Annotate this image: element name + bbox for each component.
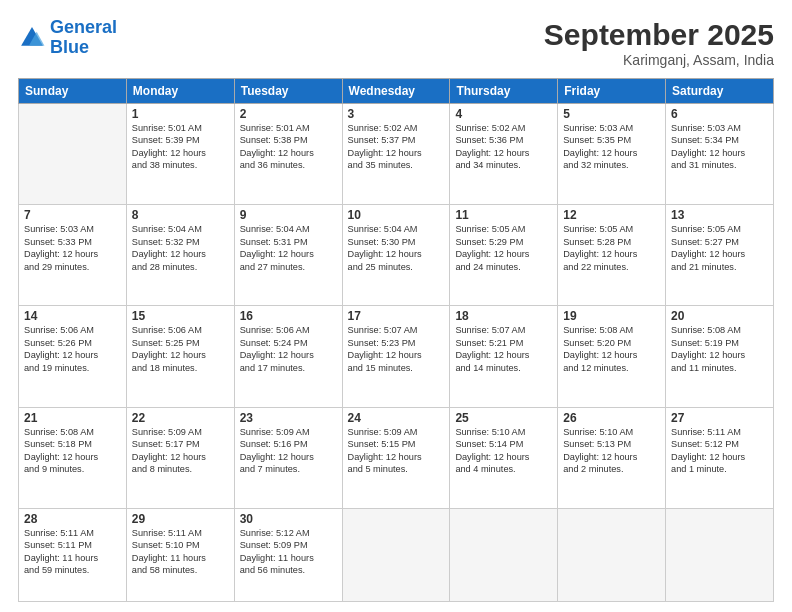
location: Karimganj, Assam, India	[544, 52, 774, 68]
day-number: 15	[132, 309, 229, 323]
day-info: Sunrise: 5:07 AMSunset: 5:23 PMDaylight:…	[348, 324, 445, 374]
day-info: Sunrise: 5:01 AMSunset: 5:39 PMDaylight:…	[132, 122, 229, 172]
calendar-cell: 16Sunrise: 5:06 AMSunset: 5:24 PMDayligh…	[234, 306, 342, 407]
weekday-header-thursday: Thursday	[450, 79, 558, 104]
day-number: 5	[563, 107, 660, 121]
calendar-cell: 26Sunrise: 5:10 AMSunset: 5:13 PMDayligh…	[558, 407, 666, 508]
day-info: Sunrise: 5:02 AMSunset: 5:37 PMDaylight:…	[348, 122, 445, 172]
day-number: 13	[671, 208, 768, 222]
day-info: Sunrise: 5:10 AMSunset: 5:14 PMDaylight:…	[455, 426, 552, 476]
calendar-cell	[450, 508, 558, 601]
day-info: Sunrise: 5:03 AMSunset: 5:34 PMDaylight:…	[671, 122, 768, 172]
weekday-header-friday: Friday	[558, 79, 666, 104]
calendar-cell: 21Sunrise: 5:08 AMSunset: 5:18 PMDayligh…	[19, 407, 127, 508]
day-number: 2	[240, 107, 337, 121]
day-info: Sunrise: 5:04 AMSunset: 5:30 PMDaylight:…	[348, 223, 445, 273]
calendar-cell	[342, 508, 450, 601]
calendar-cell: 25Sunrise: 5:10 AMSunset: 5:14 PMDayligh…	[450, 407, 558, 508]
day-info: Sunrise: 5:05 AMSunset: 5:29 PMDaylight:…	[455, 223, 552, 273]
day-number: 4	[455, 107, 552, 121]
day-number: 22	[132, 411, 229, 425]
day-info: Sunrise: 5:05 AMSunset: 5:27 PMDaylight:…	[671, 223, 768, 273]
day-number: 27	[671, 411, 768, 425]
day-number: 23	[240, 411, 337, 425]
day-number: 29	[132, 512, 229, 526]
weekday-header-monday: Monday	[126, 79, 234, 104]
calendar-cell: 14Sunrise: 5:06 AMSunset: 5:26 PMDayligh…	[19, 306, 127, 407]
day-info: Sunrise: 5:11 AMSunset: 5:12 PMDaylight:…	[671, 426, 768, 476]
calendar-cell: 20Sunrise: 5:08 AMSunset: 5:19 PMDayligh…	[666, 306, 774, 407]
day-number: 21	[24, 411, 121, 425]
calendar-cell	[19, 104, 127, 205]
calendar-cell: 1Sunrise: 5:01 AMSunset: 5:39 PMDaylight…	[126, 104, 234, 205]
calendar-cell: 18Sunrise: 5:07 AMSunset: 5:21 PMDayligh…	[450, 306, 558, 407]
day-number: 14	[24, 309, 121, 323]
calendar-cell: 24Sunrise: 5:09 AMSunset: 5:15 PMDayligh…	[342, 407, 450, 508]
calendar-cell: 17Sunrise: 5:07 AMSunset: 5:23 PMDayligh…	[342, 306, 450, 407]
calendar-cell: 27Sunrise: 5:11 AMSunset: 5:12 PMDayligh…	[666, 407, 774, 508]
day-info: Sunrise: 5:08 AMSunset: 5:19 PMDaylight:…	[671, 324, 768, 374]
day-info: Sunrise: 5:09 AMSunset: 5:16 PMDaylight:…	[240, 426, 337, 476]
calendar-cell: 28Sunrise: 5:11 AMSunset: 5:11 PMDayligh…	[19, 508, 127, 601]
calendar-cell: 15Sunrise: 5:06 AMSunset: 5:25 PMDayligh…	[126, 306, 234, 407]
week-row-1: 1Sunrise: 5:01 AMSunset: 5:39 PMDaylight…	[19, 104, 774, 205]
logo-line1: General	[50, 17, 117, 37]
logo-icon	[18, 24, 46, 52]
calendar-cell: 11Sunrise: 5:05 AMSunset: 5:29 PMDayligh…	[450, 205, 558, 306]
day-info: Sunrise: 5:04 AMSunset: 5:32 PMDaylight:…	[132, 223, 229, 273]
calendar-cell: 5Sunrise: 5:03 AMSunset: 5:35 PMDaylight…	[558, 104, 666, 205]
day-number: 7	[24, 208, 121, 222]
day-number: 25	[455, 411, 552, 425]
calendar-cell: 19Sunrise: 5:08 AMSunset: 5:20 PMDayligh…	[558, 306, 666, 407]
title-block: September 2025 Karimganj, Assam, India	[544, 18, 774, 68]
day-info: Sunrise: 5:07 AMSunset: 5:21 PMDaylight:…	[455, 324, 552, 374]
day-number: 9	[240, 208, 337, 222]
day-number: 30	[240, 512, 337, 526]
day-info: Sunrise: 5:12 AMSunset: 5:09 PMDaylight:…	[240, 527, 337, 577]
header: General Blue September 2025 Karimganj, A…	[18, 18, 774, 68]
page: General Blue September 2025 Karimganj, A…	[0, 0, 792, 612]
day-info: Sunrise: 5:06 AMSunset: 5:25 PMDaylight:…	[132, 324, 229, 374]
day-info: Sunrise: 5:02 AMSunset: 5:36 PMDaylight:…	[455, 122, 552, 172]
day-number: 12	[563, 208, 660, 222]
calendar-cell: 9Sunrise: 5:04 AMSunset: 5:31 PMDaylight…	[234, 205, 342, 306]
calendar-cell: 8Sunrise: 5:04 AMSunset: 5:32 PMDaylight…	[126, 205, 234, 306]
day-info: Sunrise: 5:03 AMSunset: 5:35 PMDaylight:…	[563, 122, 660, 172]
day-number: 20	[671, 309, 768, 323]
calendar-cell: 23Sunrise: 5:09 AMSunset: 5:16 PMDayligh…	[234, 407, 342, 508]
calendar-cell: 4Sunrise: 5:02 AMSunset: 5:36 PMDaylight…	[450, 104, 558, 205]
day-number: 17	[348, 309, 445, 323]
day-info: Sunrise: 5:10 AMSunset: 5:13 PMDaylight:…	[563, 426, 660, 476]
day-number: 16	[240, 309, 337, 323]
day-info: Sunrise: 5:09 AMSunset: 5:17 PMDaylight:…	[132, 426, 229, 476]
week-row-4: 21Sunrise: 5:08 AMSunset: 5:18 PMDayligh…	[19, 407, 774, 508]
week-row-2: 7Sunrise: 5:03 AMSunset: 5:33 PMDaylight…	[19, 205, 774, 306]
day-info: Sunrise: 5:04 AMSunset: 5:31 PMDaylight:…	[240, 223, 337, 273]
calendar-cell: 30Sunrise: 5:12 AMSunset: 5:09 PMDayligh…	[234, 508, 342, 601]
calendar-cell	[558, 508, 666, 601]
logo-line2: Blue	[50, 37, 89, 57]
day-info: Sunrise: 5:11 AMSunset: 5:11 PMDaylight:…	[24, 527, 121, 577]
day-info: Sunrise: 5:06 AMSunset: 5:26 PMDaylight:…	[24, 324, 121, 374]
weekday-header-saturday: Saturday	[666, 79, 774, 104]
day-number: 8	[132, 208, 229, 222]
calendar: SundayMondayTuesdayWednesdayThursdayFrid…	[18, 78, 774, 602]
day-number: 19	[563, 309, 660, 323]
day-number: 6	[671, 107, 768, 121]
weekday-header-tuesday: Tuesday	[234, 79, 342, 104]
calendar-cell: 12Sunrise: 5:05 AMSunset: 5:28 PMDayligh…	[558, 205, 666, 306]
day-info: Sunrise: 5:06 AMSunset: 5:24 PMDaylight:…	[240, 324, 337, 374]
calendar-cell: 10Sunrise: 5:04 AMSunset: 5:30 PMDayligh…	[342, 205, 450, 306]
day-number: 10	[348, 208, 445, 222]
calendar-cell: 13Sunrise: 5:05 AMSunset: 5:27 PMDayligh…	[666, 205, 774, 306]
logo: General Blue	[18, 18, 117, 58]
logo-text: General Blue	[50, 18, 117, 58]
day-number: 24	[348, 411, 445, 425]
day-info: Sunrise: 5:08 AMSunset: 5:20 PMDaylight:…	[563, 324, 660, 374]
calendar-cell: 6Sunrise: 5:03 AMSunset: 5:34 PMDaylight…	[666, 104, 774, 205]
day-number: 18	[455, 309, 552, 323]
calendar-cell	[666, 508, 774, 601]
calendar-cell: 7Sunrise: 5:03 AMSunset: 5:33 PMDaylight…	[19, 205, 127, 306]
month-title: September 2025	[544, 18, 774, 52]
day-info: Sunrise: 5:05 AMSunset: 5:28 PMDaylight:…	[563, 223, 660, 273]
